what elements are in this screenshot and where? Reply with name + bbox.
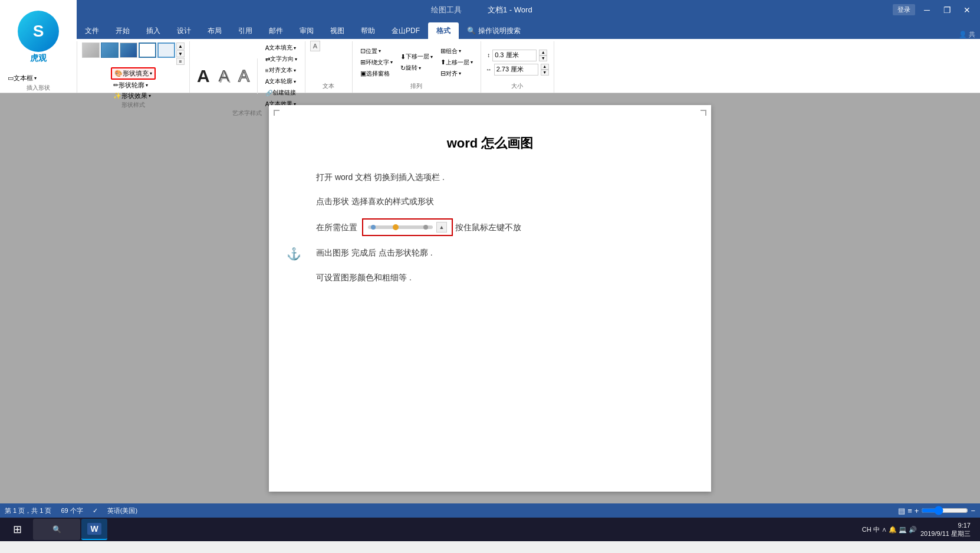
document-title: word 怎么画图	[316, 135, 664, 152]
wrap-text-btn[interactable]: ⊞ 环绕文字▾	[357, 57, 396, 68]
zoom-in-btn[interactable]: +	[915, 506, 919, 515]
doc-para-4: 画出图形 完成后 点击形状轮廓 .	[316, 246, 664, 260]
tab-pdf[interactable]: 金山PDF	[383, 22, 428, 39]
doc-para-2: 点击形状 选择喜欢的样式或形状	[316, 194, 664, 209]
text-box-icon: A	[310, 41, 320, 51]
height-down-btn[interactable]: ▼	[539, 55, 547, 61]
doc-para-5: 可设置图形颜色和粗细等 .	[316, 270, 664, 285]
slider-dot-left	[371, 225, 376, 230]
corner-handle-tr	[701, 110, 706, 116]
shape-preset-4[interactable]	[139, 42, 156, 58]
tab-insert[interactable]: 插入	[138, 22, 169, 39]
outline-icon: ✏	[113, 81, 119, 89]
tab-layout[interactable]: 布局	[199, 22, 230, 39]
style-scroll-up[interactable]: ▲	[176, 42, 185, 50]
width-input[interactable]	[494, 64, 538, 76]
show-desktop-btn[interactable]	[974, 518, 978, 541]
taskbar-right: CH 中 ∧ 🔔 💻 🔊 9:17 2019/9/11 星期三	[862, 518, 978, 541]
shape-preset-1[interactable]	[82, 42, 100, 58]
group-shape-style: ▲ ▼ ≡ 🎨 形状填充▾ ✏ 形状轮廓▾	[77, 41, 190, 93]
width-icon: ↔	[486, 66, 492, 73]
ribbon-wrapper: S 虎观 文件 开始 插入 设计 布局 引用 邮件 审阅 视图 帮助 金山PDF…	[0, 19, 980, 93]
start-button[interactable]: ⊞	[2, 519, 32, 540]
shape-preset-3[interactable]	[120, 42, 137, 58]
combine-btn[interactable]: ⊞ 组合▾	[438, 46, 476, 57]
shape-effect-button[interactable]: ✨ 形状效果▾	[111, 91, 156, 101]
time-display: 9:17	[920, 521, 971, 529]
page-anchor-icon: ⚓	[287, 247, 301, 261]
select-icon: ▣	[360, 70, 366, 77]
move-down-btn[interactable]: ⬇ 下移一层▾	[397, 51, 436, 62]
word-icon: W	[87, 523, 101, 535]
move-down-icon: ⬇	[400, 53, 406, 61]
shape-fill-button[interactable]: 🎨 形状填充▾	[111, 67, 156, 80]
position-icon: ⊡	[360, 47, 366, 55]
corner-handle-tl	[274, 110, 279, 116]
create-link-btn[interactable]: 🔗 创建链接	[262, 87, 300, 98]
style-scroll-down[interactable]: ▼	[176, 50, 185, 57]
sidebar-toggle-btn[interactable]: ▤	[898, 506, 905, 515]
position-btn[interactable]: ⊡ 位置▾	[357, 46, 396, 57]
doc-para-3: 在所需位置 ▲ 按住鼠标左键不放	[316, 218, 664, 236]
textbox-button[interactable]: ▭ 文本框▾	[5, 73, 40, 84]
tab-mail[interactable]: 邮件	[261, 22, 291, 39]
height-up-btn[interactable]: ▲	[539, 50, 547, 55]
group-size: ↕ ▲ ▼ ↔ ▲ ▼ 大小	[481, 41, 554, 93]
spell-icon: ✓	[93, 507, 98, 515]
document-title: 文档1 - Word	[488, 5, 532, 14]
text-outline-btn[interactable]: A 文本轮廓▾	[262, 76, 300, 87]
zoom-slider[interactable]	[921, 506, 968, 515]
shape-preset-2[interactable]	[101, 42, 119, 58]
art-text-a1[interactable]: A	[195, 65, 212, 87]
logo-area: S 虎观	[0, 0, 77, 74]
art-text-a3[interactable]: A	[236, 66, 252, 87]
width-down-btn[interactable]: ▼	[541, 70, 549, 76]
search-taskbar-btn[interactable]: 🔍	[33, 519, 80, 540]
logo-icon: S	[18, 11, 59, 52]
shape-preset-5[interactable]	[157, 42, 175, 58]
shape-outline-button[interactable]: ✏ 形状轮廓▾	[111, 80, 156, 90]
word-count: 69 个字	[61, 506, 83, 515]
tab-design[interactable]: 设计	[169, 22, 199, 39]
art-a2-icon: A	[218, 67, 229, 86]
art-a1-icon: A	[197, 66, 210, 86]
scroll-up-btn[interactable]: ▲	[436, 222, 447, 233]
title-center: 绘图工具 文档1 - Word	[71, 5, 893, 15]
align-text-btn[interactable]: ≡ 对齐文本▾	[262, 65, 300, 76]
tab-search[interactable]: 🔍操作说明搜索	[459, 22, 529, 39]
slider-dot-middle	[393, 224, 399, 230]
width-up-btn[interactable]: ▲	[541, 64, 549, 70]
word-taskbar-btn[interactable]: W	[81, 519, 107, 540]
restore-button[interactable]: ❐	[939, 4, 955, 17]
style-more[interactable]: ≡	[176, 58, 185, 65]
align-arr-icon: ⊟	[440, 70, 446, 77]
align-btn[interactable]: ⊟ 对齐▾	[438, 68, 476, 79]
text-direction-btn[interactable]: ⇄ 文字方向▾	[262, 54, 300, 64]
group-arrange: ⊡ 位置▾ ⊞ 环绕文字▾ ▣ 选择窗格 ⬇ 下移一层▾	[353, 41, 481, 93]
height-input[interactable]	[492, 50, 537, 61]
group-insert-shape-label: 插入形状	[5, 84, 72, 93]
select-pane-btn[interactable]: ▣ 选择窗格	[357, 68, 396, 79]
tab-references[interactable]: 引用	[230, 22, 261, 39]
group-size-label: 大小	[486, 82, 549, 91]
clock: 9:17 2019/9/11 星期三	[920, 521, 971, 538]
tab-format[interactable]: 格式	[428, 22, 459, 39]
move-up-btn[interactable]: ⬆ 上移一层▾	[438, 57, 476, 68]
rotate-btn[interactable]: ↻ 旋转▾	[397, 63, 436, 73]
scroll-mode-btn[interactable]: ≡	[907, 506, 912, 515]
group-art-text: A A A A 文本填充▾ ⇄ 文字方向▾	[190, 41, 305, 93]
tab-view[interactable]: 视图	[322, 22, 353, 39]
login-button[interactable]: 登录	[893, 4, 915, 15]
combine-icon: ⊞	[440, 47, 446, 55]
tab-file[interactable]: 文件	[77, 22, 107, 39]
date-display: 2019/9/11 星期三	[920, 529, 971, 538]
minimize-button[interactable]: ─	[919, 4, 935, 17]
art-text-a2[interactable]: A	[216, 66, 232, 87]
tab-home[interactable]: 开始	[107, 22, 138, 39]
tab-help[interactable]: 帮助	[353, 22, 383, 39]
text-outline-icon: A	[265, 78, 269, 85]
zoom-out-btn[interactable]: −	[971, 506, 975, 515]
text-fill-btn[interactable]: A 文本填充▾	[262, 42, 300, 53]
close-button[interactable]: ✕	[959, 4, 975, 17]
tab-review[interactable]: 审阅	[291, 22, 322, 39]
